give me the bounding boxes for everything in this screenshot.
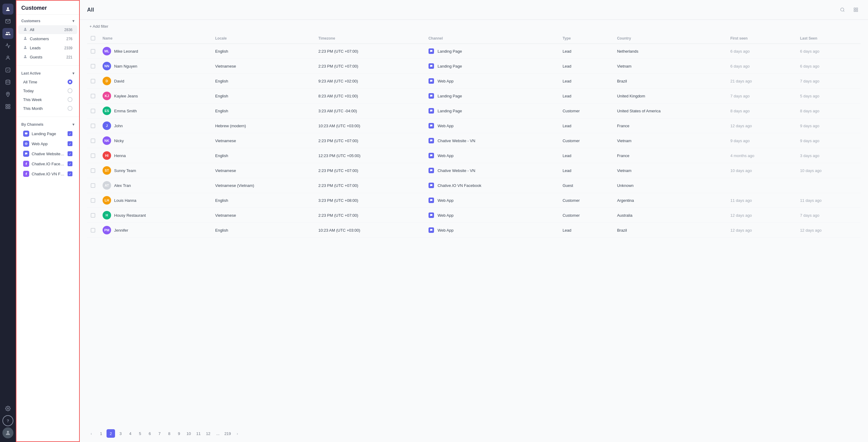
chative-website-checkbox[interactable]: ✓ — [68, 151, 72, 156]
row-checkbox[interactable] — [91, 183, 95, 188]
nav-icon-location[interactable] — [2, 89, 13, 100]
last-active-section-header[interactable]: Last Active ▾ — [17, 69, 79, 77]
row-checkbox[interactable] — [91, 139, 95, 143]
table-row[interactable]: ML Mike Leonard English 2:23 PM (UTC +07… — [87, 44, 861, 59]
page-title: All — [87, 7, 94, 13]
grid-view-button[interactable] — [851, 5, 861, 14]
table-row[interactable]: NN Nam Nguyen Vietnamese 2:23 PM (UTC +0… — [87, 59, 861, 73]
nav-icon-database[interactable] — [2, 77, 13, 88]
page-btn-219[interactable]: 219 — [223, 429, 232, 438]
radio-dot-all-time — [68, 80, 72, 84]
sidebar-item-guests[interactable]: Guests 221 — [18, 53, 77, 61]
table-row[interactable]: PM Jennifer English 10:23 AM (UTC +03:00… — [87, 223, 861, 238]
channel-landing-page[interactable]: Landing Page ✓ — [18, 129, 77, 139]
nav-icon-tasks[interactable] — [2, 64, 13, 76]
page-btn-9[interactable]: 9 — [175, 429, 183, 438]
table-row[interactable]: ES Emma Smith English 3:23 AM (UTC -04:0… — [87, 104, 861, 118]
svg-point-2 — [7, 56, 9, 58]
row-checkbox[interactable] — [91, 153, 95, 158]
person-icon-4 — [23, 55, 27, 60]
page-btn-12[interactable]: 12 — [204, 429, 212, 438]
select-all-header — [87, 33, 99, 44]
row-checkbox[interactable] — [91, 168, 95, 173]
nav-icon-reports[interactable] — [2, 40, 13, 51]
nav-rail: ? — [0, 0, 16, 442]
channel-chative-website[interactable]: Chative Website - ... ✓ — [18, 149, 77, 158]
row-checkbox[interactable] — [91, 198, 95, 203]
channel-web-app[interactable]: Web App ✓ — [18, 139, 77, 149]
row-checkbox[interactable] — [91, 124, 95, 128]
page-btn-5[interactable]: 5 — [136, 429, 144, 438]
nav-icon-inbox[interactable] — [2, 16, 13, 27]
row-checkbox-cell — [87, 148, 99, 163]
page-btn-8[interactable]: 8 — [165, 429, 174, 438]
radio-this-week[interactable]: This Week — [18, 95, 77, 104]
add-filter-button[interactable]: + Add filter — [87, 23, 111, 30]
nav-icon-contacts[interactable] — [2, 28, 13, 39]
table-row[interactable]: KJ Kaylee Jeans English 8:23 AM (UTC +01… — [87, 89, 861, 104]
row-last-seen: 9 days ago — [797, 133, 861, 148]
row-checkbox[interactable] — [91, 94, 95, 98]
nav-icon-grid[interactable] — [2, 101, 13, 112]
table-row[interactable]: NK Nicky Vietnamese 2:23 PM (UTC +07:00)… — [87, 133, 861, 148]
web-app-checkbox[interactable]: ✓ — [68, 141, 72, 146]
select-all-checkbox[interactable] — [91, 36, 95, 40]
row-checkbox[interactable] — [91, 213, 95, 218]
row-name-text: David — [114, 79, 124, 83]
prev-page-button[interactable]: ‹ — [87, 429, 96, 438]
table-row[interactable]: ST Sunny Team Vietnamese 2:23 PM (UTC +0… — [87, 163, 861, 178]
next-page-button[interactable]: › — [233, 429, 242, 438]
landing-page-checkbox[interactable]: ✓ — [68, 131, 72, 136]
row-checkbox[interactable] — [91, 64, 95, 68]
customers-section-header[interactable]: Customers ▾ — [17, 17, 79, 25]
chative-vn-fac-checkbox[interactable]: ✓ — [68, 171, 72, 176]
page-btn-7[interactable]: 7 — [155, 429, 164, 438]
nav-avatar[interactable] — [2, 428, 13, 438]
table-row[interactable]: LH Louis Hanna English 3:23 PM (UTC +08:… — [87, 193, 861, 208]
table-row[interactable]: D David English 9:23 AM (UTC +02:00) Web… — [87, 73, 861, 89]
svg-rect-23 — [856, 8, 858, 9]
chative-facebook-checkbox[interactable]: ✓ — [68, 161, 72, 166]
channel-chative-facebook[interactable]: Chative.IO Facebo... ✓ — [18, 159, 77, 169]
row-checkbox-cell — [87, 163, 99, 178]
page-btn-4[interactable]: 4 — [126, 429, 134, 438]
page-btn-6[interactable]: 6 — [146, 429, 154, 438]
radio-this-month[interactable]: This Month — [18, 104, 77, 113]
row-country: Netherlands — [613, 44, 726, 59]
nav-icon-help[interactable]: ? — [2, 415, 13, 426]
row-checkbox[interactable] — [91, 79, 95, 83]
page-btn-10[interactable]: 10 — [184, 429, 193, 438]
radio-all-time[interactable]: All Time — [18, 78, 77, 86]
channels-section-header[interactable]: By Channels ▾ — [17, 121, 79, 128]
table-row[interactable]: AT Alex Tran Vietnamese (Vietnam) 2:23 P… — [87, 178, 861, 193]
row-timezone: 10:23 AM (UTC +03:00) — [315, 118, 425, 133]
nav-icon-user[interactable] — [2, 52, 13, 63]
table-row[interactable]: J John Hebrew (modern) 10:23 AM (UTC +03… — [87, 118, 861, 133]
radio-today[interactable]: Today — [18, 86, 77, 95]
search-button[interactable] — [838, 5, 847, 14]
row-name: KJ Kaylee Jeans — [99, 89, 212, 104]
page-btn-11[interactable]: 11 — [194, 429, 203, 438]
row-timezone: 2:23 PM (UTC +07:00) — [315, 44, 425, 59]
row-country: Vietnam — [613, 133, 726, 148]
table-row[interactable]: HI Henna English 12:23 PM (UTC +05:00) W… — [87, 148, 861, 163]
row-avatar: AT — [102, 181, 111, 190]
row-checkbox[interactable] — [91, 228, 95, 233]
row-locale: Vietnamese — [212, 133, 315, 148]
row-checkbox[interactable] — [91, 49, 95, 54]
nav-icon-chat[interactable] — [2, 4, 13, 14]
nav-icon-settings[interactable] — [2, 403, 13, 414]
channel-chative-vn-fac[interactable]: Chative.IO VN Fac... ✓ — [18, 169, 77, 179]
page-btn-2[interactable]: 2 — [106, 429, 115, 438]
sidebar-item-leads[interactable]: Leads 2339 — [18, 43, 77, 52]
page-btn-dots: ... — [214, 429, 222, 438]
sidebar-item-all[interactable]: All 2836 — [18, 25, 77, 34]
row-type: Lead — [559, 44, 613, 59]
sidebar-item-customers[interactable]: Customers 276 — [18, 34, 77, 43]
table-row[interactable]: H Housy Restaurant Vietnamese 2:23 PM (U… — [87, 208, 861, 223]
main-content: All + Add filter Name Locale Timezone — [80, 0, 868, 442]
row-checkbox[interactable] — [91, 109, 95, 113]
page-btn-1[interactable]: 1 — [97, 429, 105, 438]
row-checkbox-cell — [87, 89, 99, 104]
page-btn-3[interactable]: 3 — [116, 429, 125, 438]
